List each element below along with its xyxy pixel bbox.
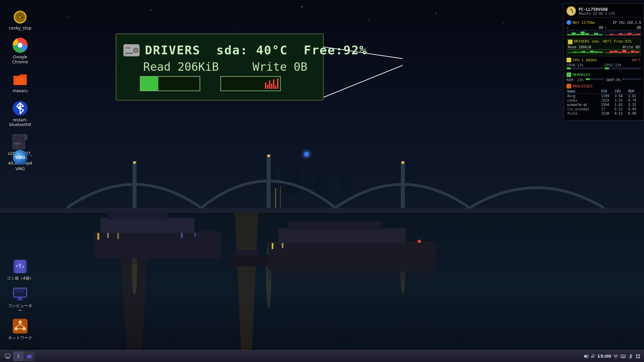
conky-drivers-section: DRIVERS sda: 40°C Free:92% Read 206KiB W… — [567, 38, 641, 56]
write-spike-5 — [273, 79, 274, 89]
conky-proc-table: Name PID CPU MEM Xorg 1199 3.54 2.61 con… — [567, 89, 641, 116]
taskbar-keyboard-icon[interactable] — [621, 354, 626, 359]
proc-col-mem: MEM — [628, 89, 641, 94]
conky-net-up-bar — [604, 30, 641, 36]
svg-rect-101 — [623, 355, 624, 356]
svg-rect-105 — [624, 357, 625, 357]
vmg-label: VMG — [15, 167, 25, 171]
desktop-icon-trash[interactable]: ゴミ箱（4個） — [5, 257, 35, 282]
taskbar-right: 🔊 15:00 — [580, 354, 644, 359]
proc-mem: 0.98 — [628, 111, 641, 116]
proc-name: pcmanfm-qt — [567, 103, 600, 107]
proc-name: Xorg — [567, 94, 600, 99]
desktop-icon-chrome[interactable]: Google Chrome — [5, 36, 35, 66]
svg-point-47 — [369, 20, 369, 20]
svg-rect-57 — [19, 10, 21, 12]
taskbar-tray-overflow[interactable] — [635, 354, 641, 359]
conky-swap-label: SWAP:0% — [606, 78, 621, 82]
cpu-section-icon — [567, 58, 571, 62]
desktop-icon-vmg-area: VMG VMG — [5, 147, 35, 173]
network-taskbar-icon — [613, 354, 619, 359]
proc-pid: 17 — [600, 107, 614, 111]
taskbar-filemanager-btn[interactable] — [24, 352, 34, 361]
svg-rect-78 — [18, 297, 22, 299]
svg-rect-100 — [622, 355, 622, 356]
ds8 — [598, 52, 602, 53]
workspace-number: 1 — [17, 354, 20, 359]
ns6 — [589, 35, 593, 35]
drivers-popup-title: DRIVERS sda: 40°C Free:92% — [145, 43, 367, 57]
proc-pid: 1829 — [600, 98, 614, 103]
desktop-icon-vmg[interactable]: VMG VMG — [5, 147, 35, 173]
us2 — [609, 34, 613, 35]
us8 — [636, 34, 640, 35]
desktop-icon-computer[interactable]: コンピューター — [5, 284, 35, 315]
write-spike-6 — [275, 85, 276, 88]
proc-table-row: fcitx 1530 0.51 0.98 — [567, 111, 641, 116]
taskbar-show-desktop-btn[interactable] — [3, 352, 13, 361]
desktop-icon-network[interactable]: ネットワーク — [5, 316, 35, 342]
us6 — [627, 33, 631, 35]
conky-cpu-bars: CPU0:12% CPU1:13% — [567, 63, 641, 70]
trash-icon — [12, 258, 28, 275]
svg-rect-104 — [622, 357, 624, 357]
desktop-icon-conky-stop[interactable]: conky_stop — [5, 7, 35, 32]
svg-rect-18 — [280, 186, 281, 208]
conky-drivers-write-bar — [604, 49, 640, 53]
svg-point-58 — [19, 16, 21, 18]
proc-table-body: Xorg 1199 3.54 2.61 conky 1829 3.03 0.78… — [567, 94, 641, 116]
proc-table-header: Name PID CPU MEM — [567, 89, 641, 94]
taskbar-workspace-btn[interactable]: 1 — [13, 352, 23, 361]
filemanager-taskbar-icon — [26, 354, 32, 359]
svg-rect-27 — [107, 211, 168, 220]
svg-rect-97 — [6, 358, 9, 359]
drivers-read-bar — [140, 76, 200, 91]
desktop-icon-bluetooth[interactable]: restart-bluetooth0 — [5, 99, 35, 129]
svg-rect-42 — [268, 272, 436, 280]
drivers-hdd-icon — [123, 43, 140, 57]
conky-cpu0-label: CPU0:12% — [567, 63, 584, 67]
svg-rect-77 — [15, 292, 23, 293]
conky-cpu-freq: CPU 1.60GHz — [573, 58, 597, 62]
svg-rect-91 — [125, 53, 133, 54]
svg-rect-96 — [7, 357, 9, 358]
conky-drivers-io: Read 206KiB Write 0B — [568, 45, 640, 49]
conky-network-section: Net 11750w IP 192.168.1.9 ↓ 0B ↑ 0B — [567, 20, 641, 36]
conky-drivers-read-bar — [568, 49, 603, 53]
taskbar-network-icon[interactable] — [613, 354, 619, 359]
vmg-icon: VMG — [12, 149, 28, 165]
svg-rect-12 — [267, 154, 271, 208]
drivers-popup-header: DRIVERS sda: 40°C Free:92% — [123, 43, 367, 57]
dws5 — [622, 50, 626, 53]
svg-point-20 — [302, 149, 312, 159]
dws4 — [618, 52, 622, 53]
proc-pid: 1530 — [600, 111, 614, 116]
conky-net-down-area: ↓ 0B — [567, 25, 603, 30]
proc-pid: 1594 — [600, 103, 614, 107]
svg-rect-95 — [5, 354, 10, 357]
svg-rect-28 — [97, 233, 99, 240]
svg-rect-30 — [117, 233, 119, 239]
svg-rect-32 — [195, 233, 196, 237]
taskbar-volume-icon[interactable] — [583, 354, 589, 359]
proc-mem: 2.61 — [628, 94, 641, 99]
taskbar-bluetooth-icon[interactable] — [628, 354, 633, 359]
conky-header: 🐧 PC-LL750VG6B Ubuntu 24.04.1 LTS — [567, 6, 641, 17]
drivers-read-bar-fill — [141, 77, 158, 90]
desktop-icon-masaru[interactable]: masaru — [5, 69, 35, 95]
svg-rect-39 — [228, 255, 268, 266]
tray-overflow-icon — [635, 354, 641, 359]
masaru-label: masaru — [12, 88, 28, 93]
conky-ram-label: RAM: 23% — [567, 78, 584, 82]
network-label: ネットワーク — [8, 336, 32, 340]
conky-net-down: 0B — [599, 25, 603, 29]
taskbar: 1 🔊 15:00 — [0, 350, 644, 362]
conky-net-io: ↓ 0B ↑ 0B — [567, 25, 641, 30]
proc-col-name: Name — [567, 89, 600, 94]
svg-rect-103 — [622, 357, 622, 357]
svg-rect-13 — [401, 161, 405, 208]
bluetooth-taskbar-icon — [628, 354, 633, 359]
write-spike-2 — [267, 84, 268, 88]
svg-rect-37 — [282, 243, 283, 248]
conky-processes-section: PROCESSES Name PID CPU MEM Xorg 1199 3.5… — [567, 84, 641, 116]
